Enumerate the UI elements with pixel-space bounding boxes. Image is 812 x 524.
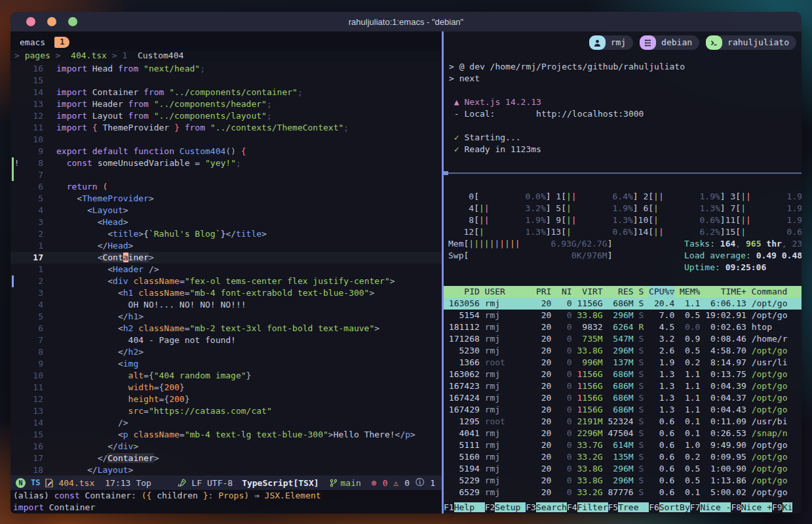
code-line[interactable]: 14 /> — [10, 417, 442, 429]
mem-meter: Mem[|||||||||| 6.93G/62.7G] Tasks: 164, … — [444, 238, 802, 250]
code-line[interactable]: 17 </Container> — [10, 453, 442, 464]
modeline-scroll: Top — [136, 478, 151, 488]
code-line[interactable]: !8 const someUnusedVariable = "yey!"; — [10, 157, 442, 169]
user-icon — [589, 35, 606, 50]
code-text — [43, 169, 56, 181]
code-line[interactable]: 16import Head from "next/head"; — [10, 63, 442, 75]
pane-split-divider[interactable] — [444, 172, 802, 174]
process-row[interactable]: 1295 root 20 0 2191M 52324 S 0.6 0.1 0:1… — [444, 416, 802, 428]
gutter-mark — [10, 382, 16, 393]
process-row[interactable]: 5194 rmj 20 0 33.8G 296M S 0.6 0.5 1:00.… — [444, 463, 802, 475]
code-line[interactable]: 13import Header from "../components/head… — [10, 98, 442, 110]
code-line[interactable]: 3 <Head> — [10, 216, 442, 228]
gutter-mark — [10, 240, 16, 252]
line-number: 16 — [16, 63, 43, 75]
terminal-output[interactable]: > @ dev /home/rmj/Projects/github/rahulj… — [444, 31, 802, 172]
gutter-mark — [10, 122, 16, 134]
code-text: height={200} — [43, 393, 190, 405]
modeline: N TS 404.tsx 17:13 Top LF UTF-8 TypeScri… — [10, 475, 442, 490]
fkey-bar[interactable]: F1Help F2Setup F3SearchF4FilterF5Tree F6… — [444, 502, 802, 514]
process-table-header[interactable]: PID USER PRI NI VIRT RES S CPU%▽ MEM% TI… — [444, 286, 802, 298]
lsp-rocket-icon — [178, 479, 186, 487]
gutter-mark — [10, 287, 16, 299]
process-row[interactable]: 167423 rmj 20 0 1156G 686M S 1.3 1.1 0:0… — [444, 380, 802, 392]
line-number: 8 — [16, 157, 43, 169]
code-line[interactable]: 18 </Layout> — [10, 464, 442, 475]
titlebar[interactable]: rahuljuliato:1:emacs - "debian" — [10, 12, 802, 31]
code-line[interactable]: 1 </Head> — [10, 240, 442, 252]
line-number: 14 — [16, 417, 43, 429]
terminal-line: > next — [449, 73, 802, 85]
htop-panel[interactable]: 0[ 0.0%] 1[|| 6.4%] 2[|| 1.9%] 3[|| 1.9%… — [444, 174, 802, 514]
process-row[interactable]: 5111 rmj 20 0 33.7G 614M S 0.6 1.0 9:49.… — [444, 439, 802, 451]
process-row[interactable]: 163062 rmj 20 0 1156G 686M S 1.3 1.1 0:1… — [444, 369, 802, 380]
code-line[interactable]: 6 <h2 className="mb-2 text-3xl font-bold… — [10, 323, 442, 334]
line-number: 6 — [16, 181, 43, 193]
line-number: 10 — [16, 134, 43, 146]
code-line[interactable]: 12import Layout from "../components/layo… — [10, 110, 442, 122]
terminal-pane[interactable]: rmj debian rahuljuliato > @ dev /home/rm… — [442, 31, 802, 514]
code-line[interactable]: 4 OH NO!... NO! NO! NO!!! — [10, 299, 442, 311]
gutter-mark — [10, 193, 16, 205]
info-count: 1 — [430, 478, 435, 488]
gutter-mark — [10, 216, 16, 228]
code-line[interactable]: 13 src="https://cataas.com/cat" — [10, 405, 442, 417]
line-number: 13 — [16, 405, 43, 417]
gutter-mark — [10, 393, 16, 405]
code-line[interactable]: 15 — [10, 75, 442, 87]
code-line[interactable]: 8 </h2> — [10, 346, 442, 358]
code-line[interactable]: 11 width={200} — [10, 382, 442, 393]
process-row[interactable]: 163056 rmj 20 0 1156G 686M S 20.4 1.1 6:… — [444, 298, 802, 310]
code-line[interactable]: 5 </h1> — [10, 311, 442, 323]
modeline-language: TypeScript[TSX] — [242, 478, 319, 488]
code-line[interactable]: 14import Container from "../components/c… — [10, 87, 442, 98]
code-line[interactable]: 9export default function Custom404() { — [10, 146, 442, 157]
warning-icon: ⚠ — [394, 478, 399, 488]
code-line[interactable]: 1 <Header /> — [10, 264, 442, 275]
process-row[interactable]: 181112 rmj 20 0 9832 6264 R 4.5 0.0 0:02… — [444, 321, 802, 333]
code-line[interactable]: 7 — [10, 169, 442, 181]
process-row[interactable]: 5229 rmj 20 0 33.8G 296M S 0.6 0.5 1:13.… — [444, 475, 802, 487]
process-row[interactable]: 171268 rmj 20 0 735M 547M S 3.2 0.9 0:08… — [444, 333, 802, 345]
code-line[interactable]: 12 height={200} — [10, 393, 442, 405]
uptime-row: Uptime: 09:25:06 — [444, 262, 802, 273]
terminal-line — [449, 85, 802, 96]
process-row[interactable]: 167424 rmj 20 0 1156G 686M S 1.3 1.1 0:0… — [444, 392, 802, 404]
code-line[interactable]: 16 </div> — [10, 441, 442, 453]
code-line[interactable]: 10 — [10, 134, 442, 146]
tab-emacs[interactable]: emacs 1 — [10, 34, 76, 50]
code-line[interactable]: 9 <img — [10, 358, 442, 370]
code-area[interactable]: 16import Head from "next/head";1514impor… — [10, 62, 442, 475]
gutter-mark: ! — [10, 157, 16, 169]
code-line[interactable]: 7 404 - Page not found! — [10, 334, 442, 346]
process-row[interactable]: 1366 root 20 0 996M 137M S 1.9 0.2 8:14.… — [444, 357, 802, 369]
echo-area: (alias) const Container: ({ children }: … — [10, 490, 442, 514]
diagnostics[interactable]: ⊗ 0 ⚠ 0 ⓘ 1 — [372, 477, 435, 489]
code-line[interactable]: 3 <h1 className="mb-4 font-extrabold tex… — [10, 287, 442, 299]
code-line[interactable]: 4 <Layout> — [10, 205, 442, 216]
code-line[interactable]: 11import { ThemeProvider } from "../cont… — [10, 122, 442, 134]
gutter-mark — [10, 110, 16, 122]
breadcrumb[interactable]: > pages > 404.tsx > 1 Custom404 — [10, 50, 442, 62]
gutter-mark — [10, 453, 16, 464]
line-number: 5 — [16, 311, 43, 323]
process-row[interactable]: 5230 rmj 20 0 33.8G 296M S 2.6 0.5 4:58.… — [444, 345, 802, 357]
process-row[interactable]: 6529 rmj 20 0 33.2G 87776 S 0.6 0.1 5:00… — [444, 487, 802, 498]
git-branch[interactable]: main — [330, 478, 361, 488]
process-row[interactable]: 4041 rmj 20 0 2296M 47504 S 0.6 0.1 0:26… — [444, 428, 802, 439]
code-text: <Container> — [43, 252, 154, 264]
code-line[interactable]: 5 <ThemeProvider> — [10, 193, 442, 205]
code-text: import Layout from "../components/layout… — [43, 110, 272, 122]
code-line[interactable]: 15 <p className="mb-4 text-lg text-blue-… — [10, 429, 442, 441]
code-line[interactable]: 2 <title>{`Rahul's Blog`}</title> — [10, 228, 442, 240]
line-number: 18 — [16, 464, 43, 475]
code-line[interactable]: 10 alt={"404 random image"} — [10, 370, 442, 382]
process-row[interactable]: 5160 rmj 20 0 33.2G 135M S 0.6 0.2 0:09.… — [444, 451, 802, 463]
code-line[interactable]: 17 <Container> — [10, 252, 442, 264]
process-row[interactable]: 167429 rmj 20 0 1156G 686M S 1.3 1.1 0:0… — [444, 404, 802, 416]
process-row[interactable]: 5154 rmj 20 0 33.8G 296M S 7.0 0.5 19:02… — [444, 310, 802, 321]
gutter-mark — [10, 275, 16, 287]
code-text: <h1 className="mb-4 font-extrabold text-… — [43, 287, 374, 299]
code-line[interactable]: 6 return ( — [10, 181, 442, 193]
code-line[interactable]: 2 <div className="fex-ol tems-center fle… — [10, 275, 442, 287]
